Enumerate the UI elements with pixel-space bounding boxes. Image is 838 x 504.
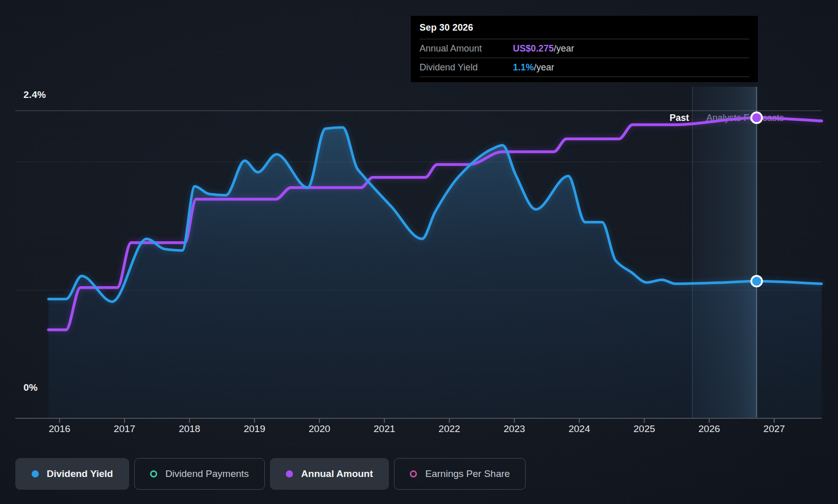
x-axis-year-label: 2026 bbox=[689, 423, 730, 435]
legend-annual-amount-button[interactable]: Annual Amount bbox=[270, 458, 389, 490]
tooltip-date: Sep 30 2026 bbox=[420, 22, 749, 39]
legend: Dividend Yield Dividend Payments Annual … bbox=[15, 458, 526, 490]
tooltip-value: 1.1% bbox=[513, 62, 534, 73]
y-axis-top-label: 2.4% bbox=[23, 89, 46, 100]
x-axis-year-label: 2017 bbox=[104, 423, 145, 435]
x-axis-year-label: 2023 bbox=[494, 423, 535, 435]
tooltip-unit: /year bbox=[554, 43, 574, 54]
forecast-highlight-band bbox=[693, 87, 757, 418]
legend-dividend-payments-button[interactable]: Dividend Payments bbox=[134, 458, 265, 490]
x-axis-year-label: 2021 bbox=[364, 423, 405, 435]
tooltip-row-dividend-yield: Dividend Yield 1.1% /year bbox=[420, 58, 749, 77]
x-axis-year-label: 2019 bbox=[234, 423, 275, 435]
x-axis-year-label: 2024 bbox=[559, 423, 600, 435]
legend-label: Earnings Per Share bbox=[425, 468, 510, 480]
legend-label: Dividend Payments bbox=[165, 468, 249, 480]
past-label: Past bbox=[602, 113, 689, 123]
y-axis-bottom-label: 0% bbox=[23, 382, 38, 393]
earnings-per-share-ring-icon bbox=[410, 470, 417, 477]
x-axis-year-label: 2020 bbox=[299, 423, 340, 435]
dividend-yield-cursor-marker[interactable] bbox=[751, 276, 762, 287]
tooltip-unit: /year bbox=[534, 62, 554, 73]
chart-tooltip: Sep 30 2026 Annual Amount US$0.275 /year… bbox=[411, 16, 758, 82]
legend-dividend-yield-button[interactable]: Dividend Yield bbox=[15, 458, 129, 490]
legend-earnings-per-share-button[interactable]: Earnings Per Share bbox=[394, 458, 526, 490]
dividend-chart-page: 2.4% 0% 20162017201820192020202120222023… bbox=[0, 0, 838, 504]
x-axis-year-label: 2022 bbox=[429, 423, 470, 435]
legend-label: Annual Amount bbox=[301, 468, 373, 480]
tooltip-label: Annual Amount bbox=[420, 43, 513, 54]
tooltip-row-annual-amount: Annual Amount US$0.275 /year bbox=[420, 39, 749, 58]
x-axis-year-label: 2027 bbox=[754, 423, 795, 435]
x-axis-year-label: 2018 bbox=[169, 423, 210, 435]
annual-amount-cursor-marker[interactable] bbox=[751, 112, 762, 123]
dividend-yield-dot-icon bbox=[32, 470, 39, 477]
tooltip-label: Dividend Yield bbox=[420, 62, 513, 73]
tooltip-value: US$0.275 bbox=[513, 43, 554, 54]
annual-amount-dot-icon bbox=[286, 470, 293, 477]
x-axis-year-label: 2025 bbox=[624, 423, 664, 435]
legend-label: Dividend Yield bbox=[47, 468, 113, 480]
x-axis-year-label: 2016 bbox=[39, 423, 80, 435]
dividend-payments-ring-icon bbox=[150, 470, 157, 477]
